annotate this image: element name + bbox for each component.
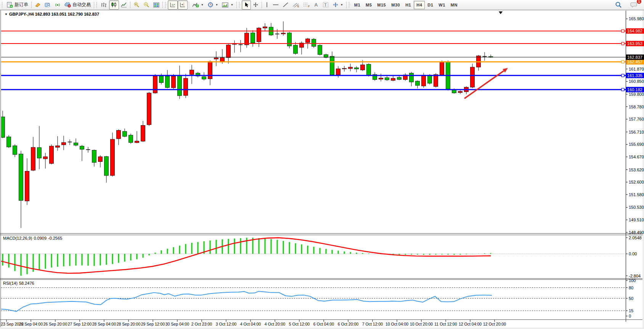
timeframe-button-m1[interactable]: M1 bbox=[352, 1, 363, 9]
svg-text:T: T bbox=[324, 3, 326, 7]
tile-windows-button[interactable] bbox=[151, 0, 161, 10]
toolbar-separator bbox=[236, 2, 237, 8]
svg-text:0.00: 0.00 bbox=[629, 252, 637, 256]
fibo-icon: F bbox=[303, 2, 310, 8]
scroll-icon bbox=[170, 2, 176, 8]
timeframe-button-h1[interactable]: H1 bbox=[403, 1, 414, 9]
fibonacci-button[interactable]: F bbox=[301, 0, 312, 10]
periods-button[interactable]: ▼ bbox=[206, 0, 220, 10]
timeframe-button-m5[interactable]: M5 bbox=[363, 1, 374, 9]
arrows-button[interactable]: ▼ bbox=[331, 0, 345, 10]
chart-title-dropdown-icon[interactable]: ▼ bbox=[5, 13, 8, 16]
timeframe-button-m15[interactable]: M15 bbox=[374, 1, 389, 9]
svg-text:5 Oct 12:00: 5 Oct 12:00 bbox=[289, 322, 310, 326]
market-watch-button[interactable] bbox=[33, 0, 43, 10]
new-order-button[interactable]: 新订单 bbox=[5, 0, 30, 10]
rsi-label: RSI(14)58.2476 bbox=[3, 281, 36, 285]
svg-text:152.600: 152.600 bbox=[629, 180, 644, 184]
toolbar-separator bbox=[189, 2, 189, 8]
zoom-in-button[interactable] bbox=[132, 0, 141, 10]
candlestick-chart-button[interactable] bbox=[109, 0, 119, 10]
tile-icon bbox=[153, 2, 159, 8]
svg-text:151.580: 151.580 bbox=[629, 192, 644, 197]
chevron-down-icon: ▼ bbox=[201, 3, 204, 6]
svg-text:26 Sep 20:00: 26 Sep 20:00 bbox=[43, 322, 67, 326]
crosshair-button[interactable] bbox=[251, 0, 260, 10]
toolbar-right-group: 1 bbox=[613, 0, 643, 10]
chart-shift-button[interactable] bbox=[178, 0, 188, 10]
hline-icon bbox=[273, 2, 279, 8]
svg-text:2 Oct 23:00: 2 Oct 23:00 bbox=[191, 322, 212, 326]
zoom-in-icon bbox=[133, 2, 140, 8]
cursor-button[interactable] bbox=[242, 0, 251, 10]
svg-text:162.457: 162.457 bbox=[627, 60, 642, 64]
macd-label: MACD(12,26,9)0.0909-0.2565 bbox=[3, 236, 64, 240]
search-button[interactable] bbox=[613, 0, 624, 10]
bar-chart-button[interactable] bbox=[99, 0, 109, 10]
macd-value: 0.0909 bbox=[34, 236, 47, 240]
svg-text:F: F bbox=[308, 5, 310, 8]
svg-text:A: A bbox=[315, 2, 318, 8]
trendline-button[interactable] bbox=[281, 0, 291, 10]
svg-text:12 Oct 20:00: 12 Oct 20:00 bbox=[483, 322, 506, 326]
horizontal-line-button[interactable] bbox=[271, 0, 281, 10]
zoom-out-icon bbox=[143, 2, 149, 8]
vertical-line-button[interactable] bbox=[263, 0, 271, 10]
gold-icon bbox=[35, 2, 41, 8]
svg-text:7 Oct 12:00: 7 Oct 12:00 bbox=[362, 322, 383, 326]
svg-text:100: 100 bbox=[629, 278, 636, 283]
chevron-down-icon: ▼ bbox=[231, 3, 233, 6]
timeframe-button-d1[interactable]: D1 bbox=[425, 1, 436, 9]
svg-text:E: E bbox=[297, 5, 299, 8]
svg-text:4 Oct 20:00: 4 Oct 20:00 bbox=[265, 322, 285, 326]
bars-icon bbox=[101, 2, 107, 8]
svg-text:28 Sep 20:00: 28 Sep 20:00 bbox=[117, 322, 141, 326]
timeframe-button-h4[interactable]: H4 bbox=[414, 1, 425, 9]
svg-text:148.490: 148.490 bbox=[629, 230, 644, 235]
time-axis: 23 Sep 202226 Sep 04:0026 Sep 20:0027 Se… bbox=[1, 320, 506, 326]
signals-button[interactable] bbox=[53, 0, 63, 10]
horizontal-level-lines[interactable] bbox=[1, 30, 626, 91]
rsi-value: 58.2476 bbox=[19, 281, 34, 285]
auto-scroll-button[interactable] bbox=[168, 0, 178, 10]
textA-icon: A bbox=[314, 2, 319, 8]
notifications-button[interactable]: 1 bbox=[628, 0, 639, 10]
chevron-down-icon: ▼ bbox=[215, 3, 218, 6]
chart-shift-marker[interactable] bbox=[499, 11, 503, 14]
toolbar-separator bbox=[262, 2, 262, 8]
terminal-button[interactable] bbox=[43, 0, 53, 10]
svg-text:10 Oct 04:00: 10 Oct 04:00 bbox=[385, 322, 408, 326]
svg-text:28 Sep 04:00: 28 Sep 04:00 bbox=[92, 322, 116, 326]
svg-text:160.850: 160.850 bbox=[629, 79, 644, 84]
new-order-icon bbox=[6, 2, 13, 8]
trendline-icon bbox=[283, 2, 289, 8]
svg-text:153.620: 153.620 bbox=[629, 168, 644, 172]
svg-text:6 Oct 20:00: 6 Oct 20:00 bbox=[338, 322, 358, 326]
toolbar-separator bbox=[94, 2, 94, 8]
text-label-button[interactable]: T bbox=[321, 0, 331, 10]
top-toolbar: 新订单自动交易▼▼▼EFAT▼M1M5M15M30H1H4D1W1MN1 bbox=[0, 0, 644, 10]
svg-text:0: 0 bbox=[629, 314, 631, 318]
zoom-out-button[interactable] bbox=[141, 0, 151, 10]
channel-button[interactable]: E bbox=[291, 0, 301, 10]
svg-text:-2.804: -2.804 bbox=[629, 274, 641, 278]
timeframe-button-m30[interactable]: M30 bbox=[389, 1, 403, 9]
chart-canvas[interactable]: 165.980161.870160.850159.800158.780157.7… bbox=[0, 0, 644, 329]
toolbar-separator bbox=[130, 2, 130, 8]
timeframe-button-w1[interactable]: W1 bbox=[436, 1, 448, 9]
autotrade-icon bbox=[64, 2, 71, 8]
templates-button[interactable]: ▼ bbox=[220, 0, 235, 10]
cursor-icon bbox=[244, 2, 249, 8]
svg-text:156.710: 156.710 bbox=[629, 130, 644, 134]
auto-trading-button[interactable]: 自动交易 bbox=[63, 0, 93, 10]
line-chart-button[interactable] bbox=[119, 0, 129, 10]
timeframe-button-mn[interactable]: MN bbox=[448, 1, 460, 9]
shift-icon bbox=[180, 2, 186, 8]
svg-text:26 Sep 04:00: 26 Sep 04:00 bbox=[19, 322, 43, 326]
toolbar-grip bbox=[2, 2, 3, 8]
svg-text:29 Sep 12:00: 29 Sep 12:00 bbox=[141, 322, 165, 326]
text-button[interactable]: A bbox=[312, 0, 321, 10]
indicators-button[interactable]: ▼ bbox=[190, 0, 206, 10]
template-icon bbox=[222, 2, 229, 8]
svg-text:2.0548: 2.0548 bbox=[629, 235, 642, 240]
